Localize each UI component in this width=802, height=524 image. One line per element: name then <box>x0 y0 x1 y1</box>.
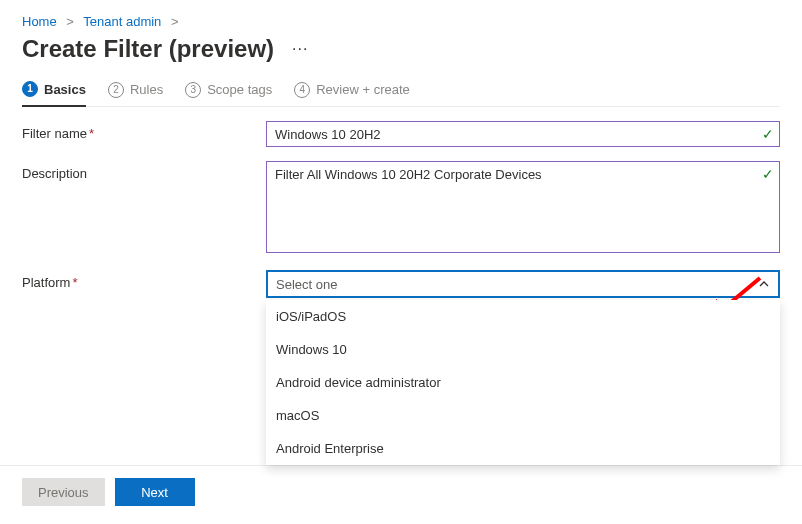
chevron-right-icon: > <box>171 14 179 29</box>
more-actions-icon[interactable]: ··· <box>288 36 312 62</box>
step-number-icon: 1 <box>22 81 38 97</box>
step-label: Basics <box>44 82 86 97</box>
breadcrumb: Home > Tenant admin > <box>22 14 780 29</box>
filter-name-input[interactable] <box>266 121 780 147</box>
step-number-icon: 4 <box>294 82 310 98</box>
description-label: Description <box>22 161 266 181</box>
step-label: Review + create <box>316 82 410 97</box>
platform-option-windows10[interactable]: Windows 10 <box>266 333 780 366</box>
step-number-icon: 2 <box>108 82 124 98</box>
platform-option-macos[interactable]: macOS <box>266 399 780 432</box>
platform-label: Platform* <box>22 270 266 290</box>
step-label: Scope tags <box>207 82 272 97</box>
wizard-steps: 1 Basics 2 Rules 3 Scope tags 4 Review +… <box>22 81 780 107</box>
step-number-icon: 3 <box>185 82 201 98</box>
platform-select[interactable]: Select one <box>266 270 780 298</box>
step-label: Rules <box>130 82 163 97</box>
previous-button[interactable]: Previous <box>22 478 105 506</box>
step-review-create[interactable]: 4 Review + create <box>294 82 410 106</box>
chevron-right-icon: > <box>66 14 74 29</box>
platform-option-ios-ipados[interactable]: iOS/iPadOS <box>266 300 780 333</box>
step-scope-tags[interactable]: 3 Scope tags <box>185 82 272 106</box>
platform-select-placeholder: Select one <box>276 277 337 292</box>
breadcrumb-home[interactable]: Home <box>22 14 57 29</box>
step-rules[interactable]: 2 Rules <box>108 82 163 106</box>
platform-option-android-da[interactable]: Android device administrator <box>266 366 780 399</box>
filter-name-label: Filter name* <box>22 121 266 141</box>
next-button[interactable]: Next <box>115 478 195 506</box>
step-basics[interactable]: 1 Basics <box>22 81 86 107</box>
description-input[interactable] <box>266 161 780 253</box>
platform-option-android-enterprise[interactable]: Android Enterprise <box>266 432 780 465</box>
breadcrumb-tenant-admin[interactable]: Tenant admin <box>83 14 161 29</box>
page-title: Create Filter (preview) <box>22 35 274 63</box>
chevron-up-icon <box>758 278 770 290</box>
wizard-footer: Previous Next <box>0 465 802 506</box>
platform-dropdown: iOS/iPadOS Windows 10 Android device adm… <box>266 300 780 465</box>
